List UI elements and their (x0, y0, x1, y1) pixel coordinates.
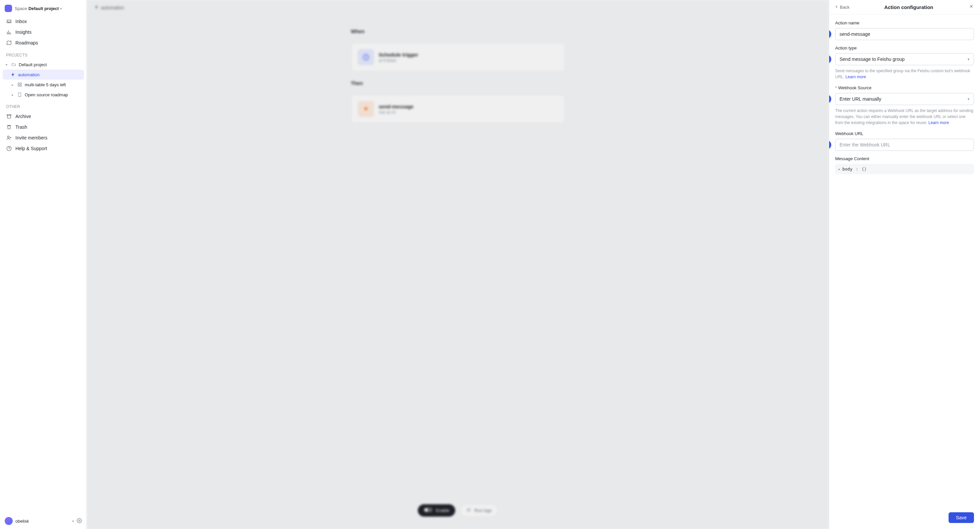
clock-icon (358, 49, 374, 65)
save-button[interactable]: Save (948, 512, 974, 523)
when-card-title: Schedule trigger (379, 52, 418, 57)
user-plus-icon (6, 135, 12, 141)
action-name-input[interactable] (835, 28, 974, 40)
project-child-multitable[interactable]: ▸ multi-table 5 days left (3, 79, 84, 90)
panel-header: Back Action configuration (829, 0, 980, 14)
svg-point-8 (363, 54, 369, 60)
sidebar-item-invite[interactable]: Invite members (3, 132, 84, 143)
enable-label: Enable (436, 508, 449, 513)
sidebar-item-label: Inbox (15, 19, 27, 24)
help-icon (6, 145, 12, 151)
automation-canvas: automation When Schedule trigger at 9:00… (87, 0, 829, 529)
panel-title: Action configuration (853, 4, 965, 10)
user-avatar[interactable] (5, 517, 13, 525)
chart-icon (6, 29, 12, 35)
webhook-source-select[interactable]: Enter URL manually ▾ (835, 93, 974, 105)
then-card-title: send-message (379, 104, 414, 110)
project-child-automation[interactable]: automation (3, 70, 84, 79)
other-section-label: OTHER (3, 100, 84, 111)
chevron-down-icon: ▾ (967, 57, 970, 62)
webhook-source-learn-more-link[interactable]: Learn more (929, 121, 949, 125)
action-type-select[interactable]: Send message to Feishu group ▾ (835, 53, 974, 65)
archive-icon (6, 113, 12, 119)
action-type-label: Action type (835, 46, 974, 51)
step-bubble-4: 4 (829, 140, 831, 149)
svg-rect-9 (424, 508, 433, 512)
webhook-source-value: Enter URL manually (840, 96, 881, 102)
sidebar-item-label: Insights (15, 29, 32, 35)
map-icon (6, 40, 12, 46)
field-webhook-url: 4 Webhook URL (835, 131, 974, 151)
svg-rect-4 (7, 115, 11, 116)
space-switcher[interactable]: Space Default project ▾ (3, 3, 84, 16)
chevron-down-icon[interactable]: ▾ (72, 519, 74, 523)
svg-rect-2 (18, 85, 19, 86)
webhook-source-label: *Webhook Source (835, 85, 974, 90)
svg-point-10 (425, 508, 428, 512)
close-button[interactable] (968, 4, 975, 10)
expand-triangle-icon[interactable]: ▶ (838, 168, 840, 171)
required-star: * (835, 85, 837, 90)
trash-icon (6, 124, 12, 130)
breadcrumb-text: automation (101, 5, 124, 10)
when-section-header: When (351, 29, 565, 34)
back-label: Back (840, 5, 850, 10)
action-type-help: Send messages to the specified group via… (835, 68, 974, 80)
webhook-url-label: Webhook URL (835, 131, 974, 136)
sidebar-item-archive[interactable]: Archive (3, 111, 84, 122)
json-braces: {} (862, 167, 867, 172)
svg-rect-1 (20, 83, 21, 84)
toggle-switch-icon (424, 508, 433, 513)
project-child-roadmap-doc[interactable]: ▸ Open source roadmap (3, 90, 84, 100)
chevron-right-icon[interactable]: ▸ (10, 82, 15, 87)
project-label: Default project (19, 62, 82, 67)
bolt-icon (10, 71, 16, 78)
action-config-panel: Back Action configuration 1 Action name … (829, 0, 980, 529)
step-bubble-1: 1 (829, 30, 831, 38)
then-action-card[interactable]: send-message Ask an AI (351, 95, 565, 123)
field-action-type: 2 Action type Send message to Feishu gro… (835, 46, 974, 80)
webhook-url-input[interactable] (835, 139, 974, 151)
project-child-label: Open source roadmap (25, 92, 82, 97)
panel-footer: Save (829, 508, 980, 529)
action-type-learn-more-link[interactable]: Learn more (846, 75, 866, 79)
sidebar-item-inbox[interactable]: Inbox (3, 16, 84, 27)
sidebar-item-label: Archive (15, 114, 31, 119)
gear-icon[interactable] (76, 518, 82, 524)
chevron-left-icon (835, 5, 838, 10)
inbox-icon (6, 18, 12, 24)
chevron-down-icon[interactable]: ▾ (4, 62, 9, 67)
when-card-subtitle: at 9:00am (379, 58, 418, 63)
then-card-subtitle: Ask an AI (379, 110, 414, 115)
floating-toolbar: Enable Run logs (418, 504, 498, 517)
enable-toggle[interactable]: Enable (418, 504, 455, 516)
back-button[interactable]: Back (835, 5, 850, 10)
doc-icon (17, 92, 23, 98)
run-logs-label: Run logs (475, 508, 492, 513)
project-root[interactable]: ▾ Default project (3, 60, 84, 70)
action-name-label: Action name (835, 21, 974, 25)
step-bubble-3: 3 (829, 95, 831, 103)
space-prefix: Space (15, 6, 27, 11)
field-action-name: 1 Action name (835, 21, 974, 40)
sidebar: Space Default project ▾ Inbox Insights R… (0, 0, 87, 529)
sidebar-item-insights[interactable]: Insights (3, 27, 84, 37)
message-content-editor[interactable]: ▶ body : {} (835, 164, 974, 174)
when-trigger-card[interactable]: Schedule trigger at 9:00am (351, 43, 565, 71)
chevron-down-icon: ▾ (967, 97, 970, 101)
step-bubble-2: 2 (829, 55, 831, 64)
sidebar-item-label: Trash (15, 124, 27, 130)
then-section-header: Then (351, 80, 565, 86)
sidebar-item-trash[interactable]: Trash (3, 122, 84, 132)
space-name: Default project (29, 6, 59, 11)
sidebar-item-help[interactable]: Help & Support (3, 143, 84, 154)
folder-icon (11, 62, 17, 68)
chevron-right-icon[interactable]: ▸ (10, 92, 15, 97)
run-logs-button[interactable]: Run logs (460, 504, 498, 517)
projects-section-label: PROJECTS (3, 48, 84, 60)
sidebar-item-roadmaps[interactable]: Roadmaps (3, 37, 84, 48)
field-webhook-source: 3 *Webhook Source Enter URL manually ▾ T… (835, 85, 974, 126)
svg-point-7 (79, 520, 80, 521)
svg-rect-0 (18, 83, 19, 84)
sidebar-item-label: Help & Support (15, 146, 47, 151)
